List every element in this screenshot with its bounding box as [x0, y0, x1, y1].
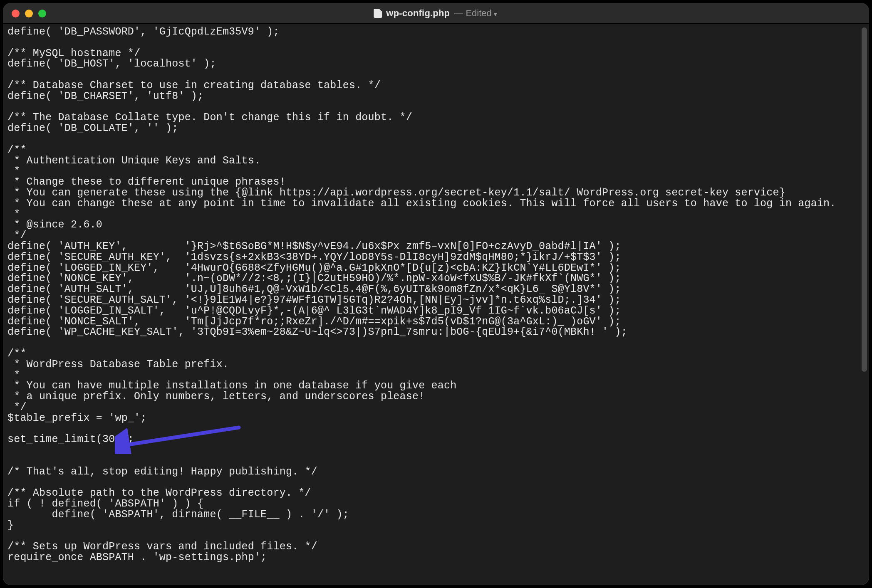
close-icon[interactable] [12, 10, 20, 17]
chevron-down-icon: ▼ [493, 11, 498, 17]
traffic-lights [12, 10, 46, 17]
document-icon [374, 9, 382, 18]
vertical-scrollbar[interactable] [862, 27, 867, 372]
titlebar[interactable]: wp-config.php — Edited▼ [3, 3, 869, 24]
minimize-icon[interactable] [25, 10, 33, 17]
code-content[interactable]: define( 'DB_PASSWORD', 'GjIcQpdLzEm35V9'… [7, 27, 865, 563]
window-title-filename: wp-config.php [386, 8, 450, 19]
editor-window: wp-config.php — Edited▼ define( 'DB_PASS… [3, 3, 869, 585]
code-editor[interactable]: define( 'DB_PASSWORD', 'GjIcQpdLzEm35V9'… [3, 23, 869, 585]
window-title[interactable]: wp-config.php — Edited▼ [374, 8, 498, 19]
zoom-icon[interactable] [38, 10, 46, 17]
window-title-status: — Edited▼ [454, 8, 498, 19]
